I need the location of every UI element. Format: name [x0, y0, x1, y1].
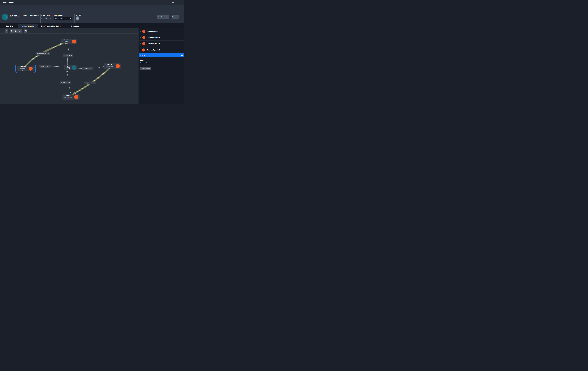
investigator-value: (Unassigned) — [55, 18, 64, 19]
sidebar-group-custom-type-2[interactable]: ▶ Custom Type 2 (1) — [139, 34, 184, 41]
event-details-window: Event Details 1960151 Tactic Technique R… — [0, 0, 184, 104]
minimize-icon — [172, 2, 174, 3]
overview-panel-icon — [25, 30, 27, 32]
edge-value4-value1-band — [25, 43, 63, 67]
sidebar-group-custom-type-3[interactable]: ▶ Custom Type 3 (1) — [139, 41, 184, 47]
caret-right-icon[interactable]: ▶ — [141, 31, 142, 32]
viewers-label: Viewers — [76, 14, 83, 16]
event-header: 1960151 Tactic Technique Risk Level N/A … — [0, 5, 184, 23]
fit-to-screen-button[interactable] — [18, 29, 22, 33]
graph-node-value3[interactable]: value3 Custom Role 3 — [63, 94, 80, 100]
zoom-out-button[interactable] — [14, 29, 18, 33]
overview-toggle-button[interactable] — [24, 29, 27, 33]
sidebar-group-custom-type-4[interactable]: ▼ Custom Type 4 (1) — [139, 47, 184, 53]
node-name: value3 — [64, 94, 72, 96]
zoom-out-icon — [15, 30, 17, 32]
window-title: Event Details — [3, 1, 14, 3]
artifact-type-dot — [29, 67, 32, 71]
graph-node-event[interactable]: Event — [64, 65, 77, 70]
caret-right-icon[interactable]: ▶ — [141, 43, 142, 44]
chevron-down-icon: ▼ — [70, 18, 71, 19]
node-role: Custom Role 3 — [64, 96, 72, 100]
sidebar-item-value4[interactable]: value4 — [139, 53, 184, 57]
calendar-alert-icon — [73, 66, 75, 69]
node-name: value2 — [105, 64, 113, 66]
investigator-label: Investigator — [54, 14, 64, 16]
investigator-select[interactable]: (Unassigned) ▼ — [54, 17, 72, 20]
role-label: Role — [140, 60, 144, 61]
node-name: value4 — [19, 66, 26, 68]
minimize-button[interactable] — [172, 1, 174, 4]
fit-to-screen-icon — [19, 30, 21, 32]
type-color-dot — [142, 30, 145, 33]
graph-node-value1[interactable]: value1 Custom Role — [61, 39, 77, 44]
titlebar: Event Details — [0, 0, 184, 5]
tactic-label: Tactic — [21, 15, 27, 17]
artifact-list-panel: ▶ Custom Type (1) ▶ Custom Type 2 (1) ▶ … — [138, 28, 184, 104]
zoom-controls — [10, 29, 22, 33]
edge-label-originates-from: Originates from — [84, 82, 96, 84]
event-type-badge — [2, 14, 8, 20]
tab-overview[interactable]: Overview — [5, 24, 14, 28]
viewer-avatar — [76, 16, 79, 21]
type-color-dot — [142, 36, 145, 39]
node-name: Event — [65, 67, 69, 69]
node-name: value1 — [63, 39, 70, 41]
risk-level-badge: N/A — [42, 17, 51, 20]
caret-down-icon[interactable]: ▼ — [141, 49, 142, 51]
role-value: Custom Role 4 — [140, 62, 150, 64]
refresh-icon — [6, 30, 8, 32]
maximize-icon — [177, 2, 178, 3]
graph-canvas[interactable]: value1 Custom Role value2 Custom Role 2 … — [0, 28, 138, 104]
escalate-menu-button[interactable]: ▼ — [165, 15, 169, 19]
caret-right-icon[interactable]: ▶ — [141, 37, 142, 38]
dismiss-button[interactable]: Dismiss — [172, 15, 179, 19]
escalate-button[interactable]: Escalate — [157, 15, 165, 19]
node-role: Custom Role — [63, 41, 70, 44]
tab-event-incident-correlation[interactable]: Event/Incident Correlation — [38, 24, 63, 28]
event-id: 1960151 — [10, 14, 19, 17]
view-details-button[interactable]: View Details — [140, 67, 151, 70]
maximize-button[interactable] — [176, 1, 178, 4]
graph-node-value4[interactable]: value4 Custom Role 4 — [17, 66, 34, 71]
edge-label-custom-role-4: Custom Role 4 — [39, 65, 51, 68]
edge-label-custom-role-3: Custom Role 3 — [60, 81, 71, 84]
node-role: Custom Role 2 — [105, 65, 113, 69]
edge-label-custom-role: Custom Role — [63, 54, 73, 57]
tab-bar: Overview Artifact Behavior Event/Inciden… — [0, 23, 184, 28]
tab-artifact-behavior[interactable]: Artifact Behavior — [18, 24, 38, 28]
type-color-dot — [142, 48, 145, 52]
edge-value4-value1 — [25, 44, 62, 67]
risk-level-label: Risk Level — [42, 14, 50, 16]
close-button[interactable] — [181, 1, 183, 4]
node-role: Custom Role 4 — [19, 68, 26, 71]
technique-label: Technique — [29, 15, 39, 17]
zoom-in-button[interactable] — [10, 29, 14, 33]
artifact-type-dot — [74, 95, 78, 99]
artifact-type-dot — [116, 64, 120, 68]
edge-label-communicates-with: Communicates with — [36, 52, 51, 55]
refresh-layout-button[interactable] — [5, 29, 8, 33]
graph-node-value2[interactable]: value2 Custom Role 2 — [104, 63, 121, 69]
tab-event-log[interactable]: Event Log — [69, 24, 81, 28]
edge-label-custom-role-2: Custom Role 2 — [82, 67, 93, 70]
close-icon — [181, 2, 183, 3]
artifact-type-dot — [72, 40, 76, 43]
chevron-up-icon — [181, 55, 183, 56]
type-color-dot — [142, 42, 145, 45]
zoom-in-icon — [11, 30, 13, 32]
calendar-alert-icon — [3, 15, 7, 19]
sidebar-group-custom-type[interactable]: ▶ Custom Type (1) — [139, 28, 184, 34]
event-type-dot — [72, 65, 76, 70]
